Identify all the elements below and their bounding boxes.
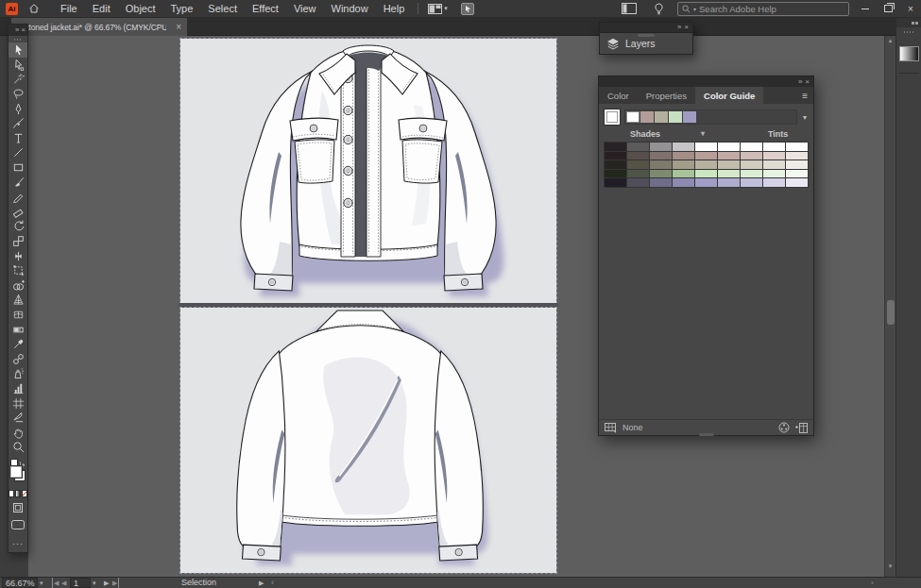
menu-type[interactable]: Type [163,0,201,18]
pen-tool[interactable] [9,101,27,116]
direct-selection-tool[interactable] [9,58,27,73]
variation-swatch[interactable] [650,170,672,178]
collapse-panel-icon[interactable]: » [798,78,802,86]
hand-tool[interactable] [9,425,27,440]
variation-swatch[interactable] [763,143,785,151]
scale-tool[interactable] [9,234,27,249]
layers-panel-tab[interactable]: Layers [599,32,693,55]
harmony-color-swatch[interactable] [655,111,668,123]
scroll-down-icon[interactable]: ▾ [885,563,895,570]
variation-swatch[interactable] [718,178,740,187]
variation-swatch[interactable] [695,160,717,169]
scroll-up-icon[interactable]: ▴ [885,37,895,44]
curvature-tool[interactable] [9,116,27,131]
menu-help[interactable]: Help [376,0,413,18]
variation-swatch[interactable] [627,170,649,178]
variation-swatch[interactable] [741,170,762,178]
artboard-front[interactable] [180,39,556,303]
variation-swatch[interactable] [763,178,785,187]
status-expand-icon[interactable]: › [871,578,874,588]
shape-builder-tool[interactable] [9,278,27,294]
lightbulb-icon[interactable] [650,3,668,15]
close-panel-icon[interactable]: × [21,26,26,34]
screen-mode-button[interactable] [9,518,27,531]
variation-swatch[interactable] [763,160,785,169]
panel-menu-icon[interactable]: ≡ [796,87,813,104]
zoom-dropdown-icon[interactable]: ▾ [40,578,43,588]
lasso-tool[interactable] [9,87,27,102]
share-screen-icon[interactable] [457,3,478,15]
width-tool[interactable] [9,248,27,263]
variation-swatch[interactable] [627,152,649,160]
menu-window[interactable]: Window [324,0,376,18]
dock-header[interactable] [896,18,921,27]
panel-layout-icon[interactable] [618,3,640,14]
variation-swatch[interactable] [718,160,740,169]
edit-colors-icon[interactable] [778,422,790,433]
variation-swatch[interactable] [786,170,808,178]
menu-edit[interactable]: Edit [85,0,118,18]
harmony-colors-dropdown[interactable] [624,109,797,125]
tab-properties[interactable]: Properties [638,87,695,104]
variation-swatch[interactable] [741,178,762,187]
zoom-tool[interactable] [9,440,27,455]
pencil-tool[interactable] [9,190,27,205]
status-back-icon[interactable]: ‹ [271,578,274,588]
line-segment-tool[interactable] [9,145,27,160]
artboard-tool[interactable] [9,395,27,411]
variation-swatch[interactable] [741,143,762,151]
artboard-dropdown-icon[interactable]: ▾ [93,578,96,588]
blend-tool[interactable] [9,351,27,366]
variation-swatch[interactable] [741,152,762,160]
vertical-scrollbar[interactable]: ▴ ▾ [884,36,895,577]
harmony-color-swatch[interactable] [640,111,654,123]
variation-swatch[interactable] [605,178,626,187]
layers-panel-header[interactable]: » × [599,22,693,32]
gradient-button[interactable] [15,490,21,497]
panel-resize-grip[interactable] [699,433,714,436]
status-options-icon[interactable]: ▶ [259,578,264,588]
close-panel-icon[interactable]: × [805,78,810,86]
mesh-tool[interactable] [9,308,27,323]
collapse-panel-icon[interactable]: » [15,26,19,34]
variation-swatch[interactable] [718,170,740,178]
window-restore-button[interactable] [881,0,895,18]
window-minimize-button[interactable] [859,0,872,18]
drawing-modes-button[interactable] [9,501,27,514]
next-artboard-button[interactable]: ▶ [104,578,109,588]
variation-swatch[interactable] [605,160,626,169]
rectangle-tool[interactable] [9,160,27,176]
perspective-grid-tool[interactable] [9,293,27,308]
variation-swatch[interactable] [673,143,694,151]
rotate-tool[interactable] [9,219,27,234]
variation-swatch[interactable] [786,152,808,160]
fill-color-well[interactable] [9,465,23,479]
harmony-color-swatch[interactable] [683,111,696,123]
paintbrush-tool[interactable] [9,175,27,190]
arrange-documents-icon[interactable]: ▾ [424,4,452,14]
variation-swatch[interactable] [627,143,649,151]
help-search-input[interactable]: ▾ Search Adobe Help [677,2,849,16]
variation-swatch[interactable] [673,160,694,169]
variation-swatch[interactable] [650,143,672,151]
variation-swatch[interactable] [605,143,626,151]
first-artboard-button[interactable]: ◀ [52,578,59,588]
variation-swatch[interactable] [695,178,717,187]
last-artboard-button[interactable]: ▶ [112,578,119,588]
gradient-panel-icon[interactable] [899,46,919,61]
variation-swatch[interactable] [786,160,808,169]
variation-swatch[interactable] [718,143,740,151]
variation-swatch[interactable] [673,178,694,187]
menu-effect[interactable]: Effect [245,0,286,18]
collapse-panel-icon[interactable]: » [677,24,681,31]
none-button[interactable] [22,490,27,497]
base-color-swatch[interactable] [604,109,621,126]
toolbar-drag-grip[interactable] [9,36,27,42]
artboard-number-field[interactable]: 1 [70,578,91,588]
symbol-sprayer-tool[interactable] [9,366,27,381]
free-transform-tool[interactable] [9,263,27,278]
variation-swatch[interactable] [627,160,649,169]
variation-swatch[interactable] [673,170,694,178]
home-icon[interactable] [25,3,43,14]
column-graph-tool[interactable] [9,381,27,396]
